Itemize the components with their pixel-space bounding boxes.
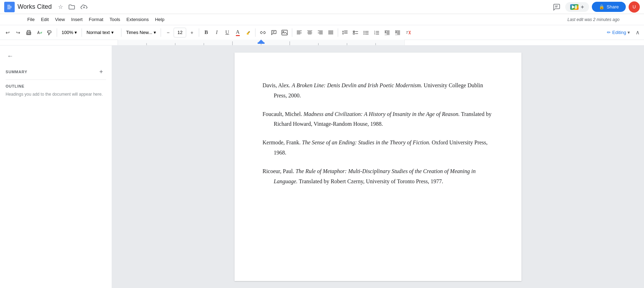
font-size-input[interactable]: [174, 28, 186, 37]
line-spacing-button[interactable]: [340, 27, 350, 38]
svg-rect-1: [7, 5, 10, 6]
svg-rect-78: [258, 42, 265, 44]
citation-4-text: Ricoeur, Paul. The Rule of Metaphor: Mul…: [274, 166, 493, 187]
bullet-list-button[interactable]: [361, 27, 371, 38]
document-page[interactable]: Davis, Alex. A Broken Line: Denis Devlin…: [234, 53, 522, 281]
italic-button[interactable]: I: [212, 27, 222, 38]
svg-rect-0: [6, 3, 13, 11]
last-edit-status: Last edit was 2 minutes ago: [567, 17, 620, 22]
citation-1[interactable]: Davis, Alex. A Broken Line: Denis Devlin…: [262, 81, 493, 101]
svg-point-12: [30, 32, 30, 33]
align-center-button[interactable]: [305, 27, 315, 38]
outline-label: OUTLINE: [6, 84, 106, 88]
align-left-button[interactable]: [294, 27, 304, 38]
menu-format[interactable]: Format: [86, 15, 106, 23]
title-bar: Works Cited ☆: [0, 0, 644, 14]
svg-rect-3: [7, 7, 12, 8]
citation-4[interactable]: Ricoeur, Paul. The Rule of Metaphor: Mul…: [262, 166, 493, 187]
svg-rect-40: [353, 33, 355, 34]
menu-tools[interactable]: Tools: [107, 15, 123, 23]
toolbar: ↩ ↪ 100% ▾ Normal text ▾ Times New... ▾ …: [0, 25, 644, 40]
underline-button[interactable]: U: [222, 27, 232, 38]
comment-button[interactable]: [269, 27, 279, 38]
cloud-button[interactable]: [79, 3, 89, 11]
collapse-toolbar-button[interactable]: ∧: [634, 28, 641, 37]
sidebar: ← SUMMARY + OUTLINE Headings you add to …: [0, 46, 112, 288]
citation-3-text: Kermode, Frank. The Sense of an Ending: …: [274, 138, 493, 158]
menu-view[interactable]: View: [52, 15, 68, 23]
print-button[interactable]: [24, 27, 34, 38]
decrease-indent-button[interactable]: [382, 27, 392, 38]
numbered-list-button[interactable]: 1.2.3.: [372, 27, 382, 38]
redo-button[interactable]: ↪: [13, 27, 23, 38]
spellcheck-button[interactable]: [34, 27, 44, 38]
document-area[interactable]: Davis, Alex. A Broken Line: Denis Devlin…: [112, 46, 644, 288]
menu-file[interactable]: File: [24, 15, 37, 23]
star-button[interactable]: ☆: [57, 2, 64, 12]
citation-2-text: Foucault, Michel. Madness and Civilizati…: [274, 109, 493, 130]
menu-insert[interactable]: Insert: [68, 15, 85, 23]
menu-bar: File Edit View Insert Format Tools Exten…: [0, 14, 644, 25]
text-color-button[interactable]: A: [233, 27, 243, 38]
svg-marker-8: [572, 5, 575, 9]
pencil-icon: ✏: [607, 30, 611, 35]
summary-add-button[interactable]: +: [96, 67, 106, 77]
image-button[interactable]: [279, 27, 290, 38]
decrease-font-button[interactable]: −: [163, 27, 173, 38]
citation-1-text: Davis, Alex. A Broken Line: Denis Devlin…: [274, 81, 493, 101]
outline-hint: Headings you add to the document will ap…: [6, 91, 106, 97]
header-right: 🔒 Share U: [551, 1, 640, 13]
menu-extensions[interactable]: Extensions: [124, 15, 152, 23]
svg-point-44: [364, 32, 365, 33]
svg-rect-11: [27, 33, 30, 34]
share-button[interactable]: 🔒 Share: [592, 2, 626, 12]
undo-button[interactable]: ↩: [3, 27, 13, 38]
zoom-selector[interactable]: 100% ▾: [59, 27, 79, 38]
svg-rect-4: [7, 8, 10, 9]
folder-button[interactable]: [67, 3, 76, 11]
meet-button[interactable]: [565, 2, 589, 12]
citation-2[interactable]: Foucault, Michel. Madness and Civilizati…: [262, 109, 493, 130]
svg-point-42: [364, 31, 365, 32]
justify-button[interactable]: [326, 27, 336, 38]
citation-3[interactable]: Kermode, Frank. The Sense of an Ending: …: [262, 138, 493, 158]
align-right-button[interactable]: [315, 27, 325, 38]
summary-label: SUMMARY: [6, 70, 27, 74]
menu-edit[interactable]: Edit: [38, 15, 51, 23]
svg-point-18: [283, 31, 284, 32]
main-layout: ← SUMMARY + OUTLINE Headings you add to …: [0, 46, 644, 288]
ruler: [0, 40, 644, 46]
docs-logo: [4, 2, 15, 12]
menu-help[interactable]: Help: [152, 15, 167, 23]
summary-section-header: SUMMARY +: [6, 67, 106, 77]
ruler-inner: [118, 40, 405, 46]
style-selector[interactable]: Normal text ▾: [84, 27, 119, 38]
svg-text:T: T: [406, 30, 408, 34]
checklist-button[interactable]: [351, 27, 360, 38]
increase-indent-button[interactable]: [393, 27, 402, 38]
document-title: Works Cited: [18, 3, 52, 11]
clear-formatting-button[interactable]: T: [403, 27, 413, 38]
increase-font-button[interactable]: +: [187, 27, 197, 38]
svg-text:3.: 3.: [374, 33, 376, 35]
link-button[interactable]: [258, 27, 268, 38]
highlight-button[interactable]: [243, 27, 253, 38]
comments-button[interactable]: [551, 1, 562, 13]
lock-icon: 🔒: [599, 4, 604, 9]
svg-point-46: [364, 34, 365, 35]
title-action-icons: ☆: [57, 2, 89, 12]
font-selector[interactable]: Times New... ▾: [124, 27, 159, 38]
bold-button[interactable]: B: [201, 27, 211, 38]
paint-format-button[interactable]: [45, 27, 55, 38]
sidebar-divider: [6, 80, 106, 80]
svg-rect-9: [575, 5, 577, 9]
sidebar-back-button[interactable]: ←: [6, 51, 15, 61]
editing-mode-button[interactable]: ✏ Editing ▾: [604, 28, 633, 37]
user-avatar[interactable]: U: [629, 1, 640, 13]
svg-rect-2: [7, 6, 12, 7]
